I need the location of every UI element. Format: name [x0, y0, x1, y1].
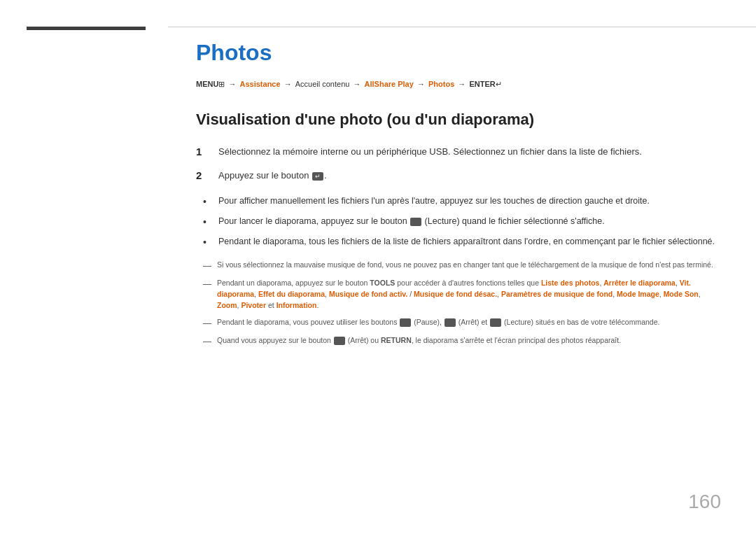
- note-highlight-1: Liste des photos: [541, 279, 599, 287]
- note-highlight-12: Information: [276, 301, 317, 309]
- bullet-list: • Pour afficher manuellement les fichier…: [203, 195, 721, 250]
- breadcrumb-enter: ENTER: [469, 80, 495, 88]
- stop-icon: [444, 318, 456, 327]
- breadcrumb-arrow4: →: [417, 80, 427, 88]
- note-item-1: — Si vous sélectionnez la mauvaise musiq…: [203, 260, 721, 272]
- page-title: Photos: [196, 39, 721, 66]
- step-2-number: 2: [196, 169, 213, 181]
- note-text-2: Pendant un diaporama, appuyez sur le bou…: [217, 278, 721, 311]
- tools-label: TOOLS: [370, 279, 395, 287]
- enter-button-icon: ↵: [312, 172, 323, 181]
- step-2-text: Appuyez sur le bouton ↵.: [218, 169, 327, 183]
- bullet-text-3: Pendant le diaporama, tous les fichiers …: [218, 235, 715, 248]
- steps-container: 1 Sélectionnez la mémoire interne ou un …: [196, 145, 721, 182]
- note-dash-4: —: [203, 335, 214, 348]
- breadcrumb-part3: AllShare Play: [365, 80, 414, 88]
- stop-icon-2: [334, 337, 345, 345]
- breadcrumb-part2: Accueil contenu: [295, 80, 350, 88]
- section-title: Visualisation d'une photo (ou d'un diapo…: [196, 110, 721, 130]
- note-highlight-10: Zoom: [217, 301, 237, 309]
- breadcrumb-arrow2: →: [284, 80, 294, 88]
- note-list: — Si vous sélectionnez la mauvaise musiq…: [203, 260, 721, 347]
- breadcrumb: MENU⊞ → Assistance → Accueil contenu → A…: [196, 78, 721, 90]
- bullet-text-2: Pour lancer le diaporama, appuyez sur le…: [218, 215, 605, 228]
- note-item-4: — Quand vous appuyez sur le bouton (Arrê…: [203, 335, 721, 348]
- note-highlight-4: Effet du diaporama: [258, 290, 325, 298]
- bullet-dot-1: •: [203, 195, 214, 209]
- main-content: Photos MENU⊞ → Assistance → Accueil cont…: [168, 0, 756, 534]
- bullet-item-2: • Pour lancer le diaporama, appuyez sur …: [203, 215, 721, 230]
- note-highlight-8: Mode Image: [617, 290, 659, 298]
- note-text-3: Pendant le diaporama, vous pouvez utilis…: [217, 317, 659, 328]
- breadcrumb-part4: Photos: [428, 80, 454, 88]
- play-icon: [410, 218, 421, 226]
- note-highlight-9: Mode Son: [664, 290, 699, 298]
- sidebar-bar: [27, 27, 146, 30]
- note-highlight-7: Paramètres de musique de fond: [501, 290, 612, 298]
- note-highlight-2: Arrêter le diaporama: [603, 279, 676, 287]
- step-1-number: 1: [196, 146, 213, 157]
- page-number: 160: [688, 491, 721, 513]
- breadcrumb-arrow3: →: [353, 80, 363, 88]
- note-highlight-11: Pivoter: [241, 301, 266, 309]
- bullet-dot-2: •: [203, 215, 214, 230]
- note-dash-2: —: [203, 278, 214, 290]
- pause-icon: [400, 318, 411, 327]
- note-item-2: — Pendant un diaporama, appuyez sur le b…: [203, 278, 721, 311]
- top-border: [168, 27, 756, 27]
- note-item-3: — Pendant le diaporama, vous pouvez util…: [203, 317, 721, 330]
- step-1-text: Sélectionnez la mémoire interne ou un pé…: [218, 145, 642, 159]
- breadcrumb-part1: Assistance: [240, 80, 281, 88]
- step-2: 2 Appuyez sur le bouton ↵.: [196, 169, 721, 183]
- sidebar: [0, 0, 168, 534]
- note-highlight-6: Musique de fond désac.: [414, 290, 497, 298]
- note-dash-3: —: [203, 317, 214, 330]
- return-label: RETURN: [381, 336, 412, 344]
- note-text-1: Si vous sélectionnez la mauvaise musique…: [217, 260, 713, 271]
- page-container: Photos MENU⊞ → Assistance → Accueil cont…: [0, 0, 756, 534]
- bullet-text-1: Pour afficher manuellement les fichiers …: [218, 195, 650, 208]
- bullet-item-3: • Pendant le diaporama, tous les fichier…: [203, 235, 721, 250]
- step-1: 1 Sélectionnez la mémoire interne ou un …: [196, 145, 721, 159]
- note-dash-1: —: [203, 260, 214, 272]
- note-highlight-5: Musique de fond activ.: [329, 290, 407, 298]
- breadcrumb-arrow1: →: [228, 80, 238, 88]
- note-text-4: Quand vous appuyez sur le bouton (Arrêt)…: [217, 335, 621, 346]
- content-area: Photos MENU⊞ → Assistance → Accueil cont…: [196, 27, 721, 348]
- bullet-dot-3: •: [203, 235, 214, 250]
- bullet-item-1: • Pour afficher manuellement les fichier…: [203, 195, 721, 209]
- breadcrumb-menu: MENU: [196, 80, 218, 88]
- breadcrumb-arrow5: →: [458, 80, 468, 88]
- play-icon-2: [490, 318, 501, 327]
- breadcrumb-menu-icon: ⊞: [218, 80, 225, 88]
- breadcrumb-enter-icon: ↵: [496, 80, 502, 88]
